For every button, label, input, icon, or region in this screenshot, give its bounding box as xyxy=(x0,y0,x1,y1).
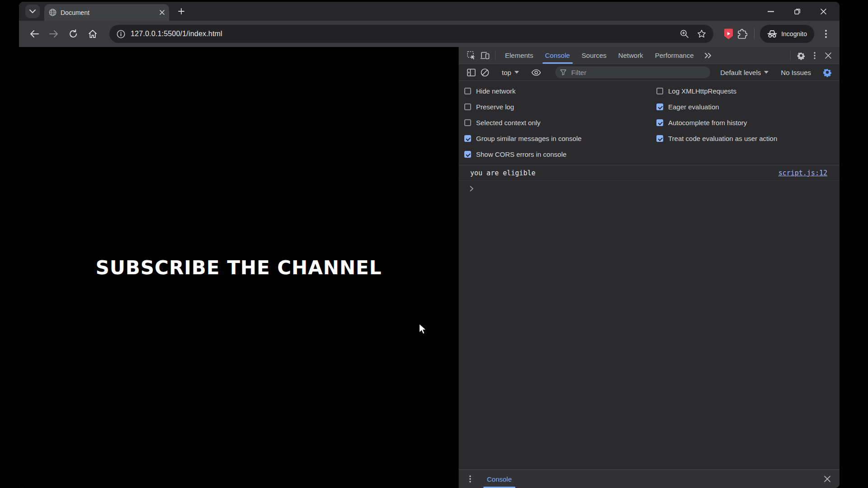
setting-label: Group similar messages in console xyxy=(476,135,581,142)
live-expression-button[interactable] xyxy=(529,69,543,76)
tab-sources[interactable]: Sources xyxy=(576,47,613,64)
checkbox[interactable] xyxy=(656,103,663,110)
drawer-close-button[interactable] xyxy=(821,470,833,488)
tab-title: Document xyxy=(61,9,160,16)
back-button[interactable] xyxy=(26,26,42,42)
incognito-spy-icon xyxy=(767,30,777,38)
browser-menu-button[interactable] xyxy=(820,28,832,40)
address-bar[interactable]: 127.0.0.1:5500/1/index.html xyxy=(109,25,713,43)
setting-cors-errors[interactable]: Show CORS errors in console xyxy=(459,146,656,162)
drawer-menu-button[interactable] xyxy=(465,470,475,488)
setting-label: Selected context only xyxy=(476,119,541,127)
drawer-tab-console[interactable]: Console xyxy=(481,470,518,488)
home-icon xyxy=(88,29,97,38)
checkbox[interactable] xyxy=(464,135,471,142)
chevron-down-icon xyxy=(764,71,769,74)
console-message-source-link[interactable]: script.js:12 xyxy=(778,169,827,177)
tab-performance[interactable]: Performance xyxy=(649,47,700,64)
new-tab-button[interactable] xyxy=(175,5,188,18)
bookmark-button[interactable] xyxy=(697,29,706,38)
checkbox[interactable] xyxy=(464,88,471,94)
setting-log-xhr[interactable]: Log XMLHttpRequests xyxy=(656,83,840,99)
page-headline: SUBSCRIBE THE CHANNEL xyxy=(95,257,382,279)
forward-button[interactable] xyxy=(46,26,62,42)
plus-icon xyxy=(178,8,184,14)
setting-preserve-log[interactable]: Preserve log xyxy=(459,99,656,115)
close-window-button[interactable] xyxy=(819,7,828,16)
zoom-page-button[interactable] xyxy=(680,29,689,38)
eye-icon xyxy=(531,69,541,76)
context-selector[interactable]: top xyxy=(499,69,522,76)
minimize-button[interactable] xyxy=(766,7,775,16)
setting-autocomplete-history[interactable]: Autocomplete from history xyxy=(656,115,840,131)
page-viewport: SUBSCRIBE THE CHANNEL xyxy=(19,47,458,488)
checkbox[interactable] xyxy=(464,151,471,158)
tabbar-separator xyxy=(495,51,495,60)
browser-toolbar: 127.0.0.1:5500/1/index.html xyxy=(19,21,840,47)
kebab-menu-icon xyxy=(469,475,471,483)
setting-label: Preserve log xyxy=(476,103,514,111)
close-icon xyxy=(825,52,831,59)
devtools-settings-button[interactable] xyxy=(794,47,808,64)
console-sidebar-toggle[interactable] xyxy=(464,69,478,76)
checkbox[interactable] xyxy=(656,135,663,142)
tab-network[interactable]: Network xyxy=(613,47,649,64)
extension-adblock-button[interactable] xyxy=(722,27,735,41)
setting-label: Show CORS errors in console xyxy=(476,150,566,158)
console-toolbar: top Default l xyxy=(459,64,840,81)
setting-label: Hide network xyxy=(476,87,516,95)
tab-search-button[interactable] xyxy=(25,5,40,18)
site-info-icon[interactable] xyxy=(117,30,125,38)
browser-window: Document xyxy=(19,2,840,488)
setting-selected-context[interactable]: Selected context only xyxy=(459,115,656,131)
device-toolbar-button[interactable] xyxy=(478,47,491,64)
setting-treat-eval-user-action[interactable]: Treat code evaluation as user action xyxy=(656,131,840,146)
minimize-icon xyxy=(768,11,774,12)
devtools-close-button[interactable] xyxy=(821,47,835,64)
url-text[interactable]: 127.0.0.1:5500/1/index.html xyxy=(131,30,222,38)
star-icon xyxy=(697,29,706,38)
checkbox[interactable] xyxy=(656,119,663,126)
kebab-menu-icon xyxy=(814,52,816,59)
console-prompt-row[interactable] xyxy=(459,181,840,196)
funnel-filter-icon xyxy=(560,69,566,75)
kebab-menu-icon xyxy=(825,30,827,38)
log-levels-value: Default levels xyxy=(720,69,761,76)
inspect-element-button[interactable] xyxy=(464,47,478,64)
log-levels-dropdown[interactable]: Default levels xyxy=(717,69,771,76)
setting-eager-eval[interactable]: Eager evaluation xyxy=(656,99,840,115)
more-tabs-button[interactable] xyxy=(700,47,716,64)
tabbar-spacer xyxy=(716,47,787,64)
tab-console[interactable]: Console xyxy=(539,47,576,64)
setting-hide-network[interactable]: Hide network xyxy=(459,83,656,99)
checkbox[interactable] xyxy=(656,88,663,94)
console-filter[interactable] xyxy=(555,66,710,78)
reload-button[interactable] xyxy=(65,26,81,42)
devtools-menu-button[interactable] xyxy=(808,47,821,64)
console-settings-panel: Hide network Preserve log Selected conte… xyxy=(459,81,840,165)
inspect-cursor-icon xyxy=(467,51,476,60)
devtools-panel: Elements Console Sources Network Perform… xyxy=(458,47,840,488)
maximize-button[interactable] xyxy=(793,7,802,16)
filter-input[interactable] xyxy=(571,68,706,77)
tab-elements[interactable]: Elements xyxy=(499,47,539,64)
gear-icon-active xyxy=(822,67,832,77)
console-settings-button[interactable] xyxy=(821,67,834,77)
zoom-magnifier-icon xyxy=(680,29,689,38)
checkbox[interactable] xyxy=(464,103,471,110)
clear-console-button[interactable] xyxy=(478,68,491,77)
devtools-drawer: Console xyxy=(459,469,840,488)
reload-icon xyxy=(69,29,78,38)
extensions-button[interactable] xyxy=(735,27,749,41)
issues-counter[interactable]: No Issues xyxy=(779,69,813,76)
tab-close-icon[interactable] xyxy=(160,10,165,15)
browser-tab-document[interactable]: Document xyxy=(44,4,169,21)
setting-label: Autocomplete from history xyxy=(668,119,747,127)
red-shield-play-icon xyxy=(723,28,734,40)
drawer-spacer xyxy=(518,470,821,488)
home-button[interactable] xyxy=(85,26,101,42)
console-empty-area[interactable] xyxy=(459,196,840,469)
puzzle-piece-icon xyxy=(737,29,747,39)
checkbox[interactable] xyxy=(464,119,471,126)
setting-group-similar[interactable]: Group similar messages in console xyxy=(459,131,656,146)
